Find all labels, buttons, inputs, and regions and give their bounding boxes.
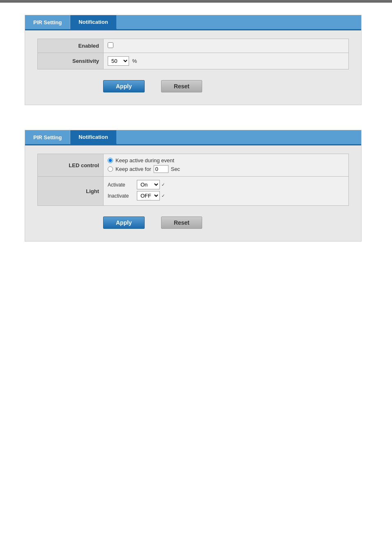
select-inactivate[interactable]: OFF On — [137, 191, 160, 200]
light-activate-row: Activate On OFF ✓ — [108, 180, 344, 189]
button-row-2: Apply Reset — [37, 212, 349, 233]
chevron-down-icon-inactivate: ✓ — [161, 193, 165, 198]
panel-pir-setting: PIR Setting Notification Enabled Sensiti… — [25, 15, 362, 105]
tab-pir-setting-2[interactable]: PIR Setting — [25, 130, 70, 144]
apply-button-2[interactable]: Apply — [103, 216, 145, 229]
select-sensitivity[interactable]: 50 10 20 30 40 60 70 80 90 100 — [108, 56, 129, 66]
select-activate[interactable]: On OFF — [137, 180, 160, 189]
radio-keep-active-event[interactable] — [108, 158, 113, 163]
panel-content-1: Enabled Sensitivity 50 10 20 30 40 — [25, 30, 361, 105]
tab-notification-2-label: Notification — [78, 134, 108, 140]
button-row-1: Apply Reset — [37, 76, 349, 97]
table-row-sensitivity: Sensitivity 50 10 20 30 40 60 70 80 90 — [38, 53, 349, 69]
table-row-led: LED control Keep active during event Kee… — [38, 154, 349, 177]
tab-notification-2[interactable]: Notification — [70, 130, 117, 144]
tab-pir-setting-2-label: PIR Setting — [33, 134, 62, 140]
radio-keep-active-for[interactable] — [108, 166, 113, 172]
reset-button-2[interactable]: Reset — [161, 216, 202, 229]
label-led: LED control — [38, 154, 104, 177]
tab-bar-2: PIR Setting Notification — [25, 130, 361, 144]
panel-led-light: PIR Setting Notification LED control Kee… — [25, 130, 362, 242]
chevron-down-icon-activate: ✓ — [161, 182, 165, 187]
tab-notification-1[interactable]: Notification — [70, 15, 117, 29]
keep-active-seconds-input[interactable] — [154, 165, 168, 173]
tab-pir-setting-1[interactable]: PIR Setting — [25, 15, 70, 29]
activate-label: Activate — [108, 182, 134, 188]
light-inactivate-row: Inactivate OFF On ✓ — [108, 191, 344, 200]
inactivate-label: Inactivate — [108, 193, 134, 199]
label-enabled: Enabled — [38, 39, 104, 53]
panel-content-2: LED control Keep active during event Kee… — [25, 145, 361, 241]
radio-row-keep-active-event: Keep active during event — [108, 157, 344, 164]
sec-label: Sec — [171, 166, 180, 172]
form-table-1: Enabled Sensitivity 50 10 20 30 40 — [37, 39, 349, 69]
radio-keep-active-for-label: Keep active for — [115, 166, 151, 172]
label-light: Light — [38, 177, 104, 206]
apply-button-1[interactable]: Apply — [103, 80, 145, 92]
label-sensitivity: Sensitivity — [38, 53, 104, 69]
tab-bar-1: PIR Setting Notification — [25, 15, 361, 29]
checkbox-enabled[interactable] — [108, 42, 113, 48]
table-row-enabled: Enabled — [38, 39, 349, 53]
tab-notification-1-label: Notification — [78, 19, 108, 25]
radio-keep-active-event-label: Keep active during event — [115, 157, 174, 164]
radio-row-keep-active-for: Keep active for Sec — [108, 165, 344, 173]
tab-pir-setting-1-label: PIR Setting — [33, 19, 62, 25]
reset-button-1[interactable]: Reset — [161, 80, 202, 92]
form-table-2: LED control Keep active during event Kee… — [37, 154, 349, 206]
led-radio-group: Keep active during event Keep active for… — [108, 157, 344, 173]
percent-label: % — [132, 58, 137, 64]
table-row-light: Light Activate On OFF ✓ Inactivate — [38, 177, 349, 206]
